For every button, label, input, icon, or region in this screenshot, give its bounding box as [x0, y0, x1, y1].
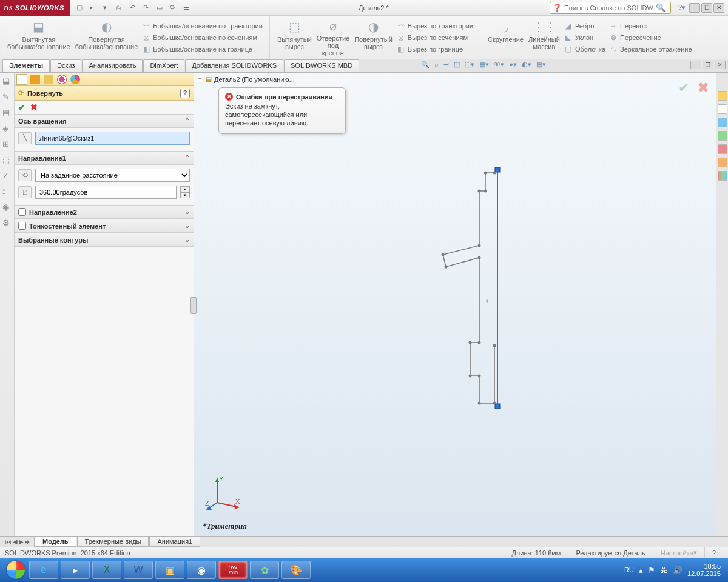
clock[interactable]: 18:5512.07.2015 — [687, 563, 724, 577]
zoom-fit-icon[interactable]: 🔍 — [421, 61, 430, 69]
rebuild-icon[interactable]: ⟳ — [170, 4, 178, 12]
pm-ok-button[interactable]: ✔ — [18, 102, 25, 112]
property-mgr-tab[interactable] — [30, 75, 40, 84]
save-icon[interactable]: ▾ — [103, 4, 112, 12]
print-icon[interactable]: ⎙ — [116, 4, 125, 12]
mdi-minimize[interactable]: — — [690, 61, 701, 69]
status-help-icon[interactable]: ? — [704, 547, 723, 558]
open-icon[interactable]: ▸ — [90, 4, 98, 12]
weldments-icon[interactable]: ⊞ — [2, 139, 12, 149]
task-chrome[interactable]: ◉ — [187, 561, 216, 579]
tab-animation[interactable]: Анимация1 — [149, 537, 200, 547]
tab-next-icon[interactable]: ▶ — [19, 538, 24, 545]
shell-button[interactable]: ▢Оболочка — [562, 44, 607, 54]
mirror-button[interactable]: ⇋Зеркальное отражение — [607, 44, 694, 54]
revolved-boss-button[interactable]: ◐Повернутая бобышка/основание — [73, 18, 141, 56]
task-paint[interactable]: 🎨 — [281, 561, 311, 579]
reverse-direction-icon[interactable]: ⟲ — [18, 169, 32, 181]
close-button[interactable]: ✕ — [713, 3, 724, 13]
task-word[interactable]: W — [124, 561, 153, 579]
section-view-icon[interactable]: ◫ — [454, 61, 460, 69]
revolved-cut-button[interactable]: ◑Повернутый вырез — [352, 18, 395, 56]
lofted-cut-button[interactable]: ⧖Вырез по сечениям — [395, 33, 475, 42]
axis-input[interactable] — [35, 132, 190, 145]
dimxpert-mgr-tab[interactable] — [57, 75, 67, 84]
status-customize[interactable]: Настройка ▾ — [653, 547, 704, 558]
mdi-close[interactable]: ✕ — [715, 61, 726, 69]
tab-sketch[interactable]: Эскиз — [50, 59, 81, 72]
view-orient-icon[interactable]: ⬚▾ — [465, 61, 474, 69]
angle-spinner[interactable]: ▴▾ — [180, 186, 190, 198]
undo-icon[interactable]: ↶ — [130, 4, 138, 12]
maximize-button[interactable]: ☐ — [701, 3, 712, 13]
hole-wizard-button[interactable]: ⌀Отверстие под крепеж — [314, 18, 352, 56]
tab-last-icon[interactable]: ⏭ — [25, 538, 31, 545]
custom-props-icon[interactable] — [718, 158, 727, 167]
draft-button[interactable]: ◣Уклон — [562, 33, 607, 42]
render-icon[interactable]: ◉ — [2, 202, 12, 212]
expand-tree-icon[interactable]: + — [197, 76, 203, 82]
forum-icon[interactable] — [718, 171, 727, 181]
angle-input[interactable] — [35, 186, 177, 199]
appearances-icon[interactable] — [718, 144, 727, 154]
help-search[interactable]: ❓ 🔍 — [550, 2, 671, 14]
hide-show-icon[interactable]: 👁▾ — [494, 61, 504, 69]
rib-button[interactable]: ◢Ребро — [562, 21, 607, 31]
lofted-boss-button[interactable]: ⧖Бобышка/основание по сечениям — [140, 33, 265, 42]
new-icon[interactable]: ▢ — [76, 4, 85, 12]
scene-icon[interactable]: ◐▾ — [522, 61, 531, 69]
tab-evaluate[interactable]: Анализировать — [82, 59, 143, 72]
thin-feature-checkbox[interactable] — [18, 222, 26, 230]
task-media[interactable]: ▸ — [61, 561, 90, 579]
task-ie[interactable]: e — [29, 561, 58, 579]
addin-icon[interactable]: ⚙ — [2, 218, 12, 228]
direction1-header[interactable]: Направление1⌃ — [15, 152, 194, 165]
confirm-ok-button[interactable]: ✔ — [678, 80, 689, 96]
options-icon[interactable]: ☰ — [183, 4, 192, 12]
extruded-boss-button[interactable]: ⬓Вытянутая бобышка/основание — [5, 18, 73, 56]
contours-header[interactable]: Выбранные контуры⌄ — [15, 233, 194, 247]
minimize-button[interactable]: — — [689, 3, 700, 13]
task-solidworks[interactable]: SW2015 — [218, 561, 248, 579]
search-input[interactable] — [564, 3, 653, 13]
design-library-icon[interactable] — [718, 104, 727, 114]
flag-icon[interactable]: ⚑ — [648, 566, 655, 575]
display-mgr-tab[interactable] — [70, 75, 80, 84]
select-icon[interactable]: ▭ — [157, 4, 165, 12]
pm-cancel-button[interactable]: ✖ — [30, 102, 38, 112]
task-corel[interactable]: ✿ — [250, 561, 279, 579]
panel-splitter[interactable]: ⋮ — [190, 297, 197, 314]
sheet-icon[interactable]: ▤ — [2, 108, 12, 118]
confirm-cancel-button[interactable]: ✖ — [698, 80, 709, 96]
mdi-restore[interactable]: ❐ — [703, 61, 713, 69]
appearance-icon[interactable]: ●▾ — [509, 61, 517, 69]
start-button[interactable] — [4, 558, 28, 582]
language-indicator[interactable]: RU — [624, 566, 634, 574]
fillet-button[interactable]: ◞Скругление — [485, 18, 526, 56]
features-icon[interactable]: ⬓ — [2, 76, 12, 86]
view-palette-icon[interactable] — [718, 131, 727, 141]
tab-mbd[interactable]: SOLIDWORKS MBD — [284, 59, 359, 72]
task-explorer[interactable]: ▣ — [155, 561, 184, 579]
intersect-button[interactable]: ⊗Пересечение — [607, 33, 694, 42]
swept-boss-button[interactable]: 〰Бобышка/основание по траектории — [140, 21, 265, 31]
file-explorer-icon[interactable] — [718, 118, 727, 127]
mold-icon[interactable]: ⬚ — [2, 155, 12, 165]
config-mgr-tab[interactable] — [44, 75, 53, 84]
swept-cut-button[interactable]: 〰Вырез по траектории — [395, 21, 475, 31]
feature-tree-tab[interactable] — [17, 75, 27, 84]
tab-first-icon[interactable]: ⏮ — [5, 538, 12, 545]
tab-elements[interactable]: Элементы — [2, 59, 50, 72]
tab-prev-icon[interactable]: ◀ — [13, 538, 18, 545]
volume-icon[interactable]: 🔊 — [673, 566, 682, 575]
extruded-cut-button[interactable]: ⬚Вытянутый вырез — [275, 18, 314, 56]
task-excel[interactable]: X — [92, 561, 121, 579]
search-icon[interactable]: 🔍 — [656, 3, 666, 12]
prev-view-icon[interactable]: ↩ — [443, 61, 449, 69]
sketch-icon[interactable]: ✎ — [2, 92, 12, 102]
tab-addins[interactable]: Добавления SOLIDWORKS — [185, 59, 283, 72]
linear-pattern-button[interactable]: ⋮⋮Линейный массив — [526, 18, 562, 56]
tab-3dviews[interactable]: Трехмерные виды — [77, 537, 149, 547]
thin-feature-header[interactable]: Тонкостенный элемент⌄ — [15, 219, 194, 233]
flyout-tree-root[interactable]: Деталь2 (По умолчанию... — [214, 76, 295, 83]
